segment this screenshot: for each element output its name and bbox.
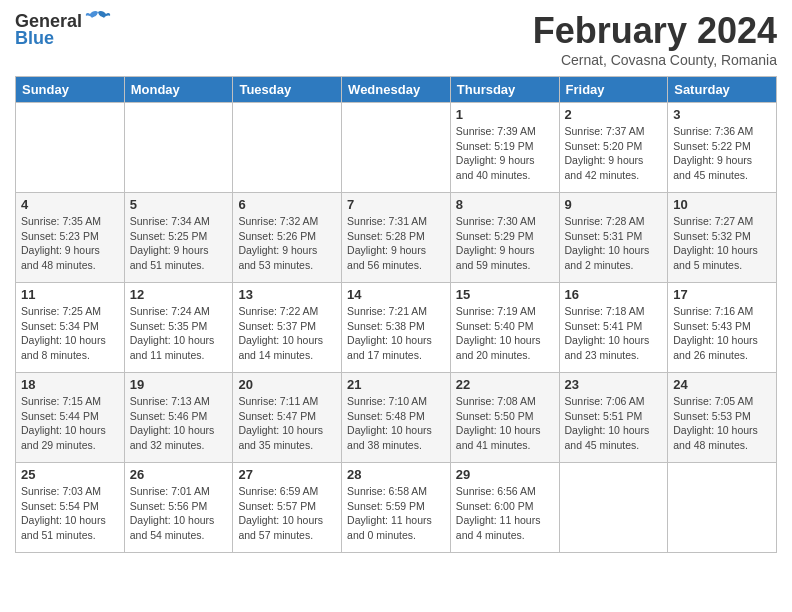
day-number: 7 bbox=[347, 197, 445, 212]
location-title: Cernat, Covasna County, Romania bbox=[533, 52, 777, 68]
day-info: Sunrise: 6:56 AM Sunset: 6:00 PM Dayligh… bbox=[456, 484, 554, 543]
day-info: Sunrise: 7:06 AM Sunset: 5:51 PM Dayligh… bbox=[565, 394, 663, 453]
day-number: 27 bbox=[238, 467, 336, 482]
calendar-cell: 3Sunrise: 7:36 AM Sunset: 5:22 PM Daylig… bbox=[668, 103, 777, 193]
calendar-cell: 13Sunrise: 7:22 AM Sunset: 5:37 PM Dayli… bbox=[233, 283, 342, 373]
calendar-cell: 14Sunrise: 7:21 AM Sunset: 5:38 PM Dayli… bbox=[342, 283, 451, 373]
day-info: Sunrise: 7:15 AM Sunset: 5:44 PM Dayligh… bbox=[21, 394, 119, 453]
calendar-cell: 7Sunrise: 7:31 AM Sunset: 5:28 PM Daylig… bbox=[342, 193, 451, 283]
day-number: 16 bbox=[565, 287, 663, 302]
day-number: 3 bbox=[673, 107, 771, 122]
day-info: Sunrise: 7:03 AM Sunset: 5:54 PM Dayligh… bbox=[21, 484, 119, 543]
day-number: 29 bbox=[456, 467, 554, 482]
day-number: 2 bbox=[565, 107, 663, 122]
header-cell-tuesday: Tuesday bbox=[233, 77, 342, 103]
day-info: Sunrise: 7:13 AM Sunset: 5:46 PM Dayligh… bbox=[130, 394, 228, 453]
calendar-cell: 15Sunrise: 7:19 AM Sunset: 5:40 PM Dayli… bbox=[450, 283, 559, 373]
day-number: 26 bbox=[130, 467, 228, 482]
day-info: Sunrise: 7:18 AM Sunset: 5:41 PM Dayligh… bbox=[565, 304, 663, 363]
calendar-cell: 2Sunrise: 7:37 AM Sunset: 5:20 PM Daylig… bbox=[559, 103, 668, 193]
month-title: February 2024 bbox=[533, 10, 777, 52]
day-info: Sunrise: 7:37 AM Sunset: 5:20 PM Dayligh… bbox=[565, 124, 663, 183]
day-info: Sunrise: 7:25 AM Sunset: 5:34 PM Dayligh… bbox=[21, 304, 119, 363]
calendar-cell: 8Sunrise: 7:30 AM Sunset: 5:29 PM Daylig… bbox=[450, 193, 559, 283]
calendar-cell: 26Sunrise: 7:01 AM Sunset: 5:56 PM Dayli… bbox=[124, 463, 233, 553]
calendar-cell: 21Sunrise: 7:10 AM Sunset: 5:48 PM Dayli… bbox=[342, 373, 451, 463]
calendar-cell: 5Sunrise: 7:34 AM Sunset: 5:25 PM Daylig… bbox=[124, 193, 233, 283]
day-number: 28 bbox=[347, 467, 445, 482]
day-info: Sunrise: 6:59 AM Sunset: 5:57 PM Dayligh… bbox=[238, 484, 336, 543]
calendar-cell: 22Sunrise: 7:08 AM Sunset: 5:50 PM Dayli… bbox=[450, 373, 559, 463]
calendar-cell: 20Sunrise: 7:11 AM Sunset: 5:47 PM Dayli… bbox=[233, 373, 342, 463]
calendar-week-row: 25Sunrise: 7:03 AM Sunset: 5:54 PM Dayli… bbox=[16, 463, 777, 553]
day-info: Sunrise: 7:39 AM Sunset: 5:19 PM Dayligh… bbox=[456, 124, 554, 183]
calendar-cell: 18Sunrise: 7:15 AM Sunset: 5:44 PM Dayli… bbox=[16, 373, 125, 463]
day-number: 12 bbox=[130, 287, 228, 302]
calendar-cell bbox=[668, 463, 777, 553]
calendar-cell: 29Sunrise: 6:56 AM Sunset: 6:00 PM Dayli… bbox=[450, 463, 559, 553]
day-number: 10 bbox=[673, 197, 771, 212]
day-number: 15 bbox=[456, 287, 554, 302]
day-info: Sunrise: 7:16 AM Sunset: 5:43 PM Dayligh… bbox=[673, 304, 771, 363]
calendar-week-row: 4Sunrise: 7:35 AM Sunset: 5:23 PM Daylig… bbox=[16, 193, 777, 283]
logo: General Blue bbox=[15, 10, 112, 49]
calendar-cell bbox=[124, 103, 233, 193]
header-cell-monday: Monday bbox=[124, 77, 233, 103]
day-number: 14 bbox=[347, 287, 445, 302]
calendar-cell: 25Sunrise: 7:03 AM Sunset: 5:54 PM Dayli… bbox=[16, 463, 125, 553]
day-number: 9 bbox=[565, 197, 663, 212]
day-number: 5 bbox=[130, 197, 228, 212]
day-info: Sunrise: 7:31 AM Sunset: 5:28 PM Dayligh… bbox=[347, 214, 445, 273]
header-cell-thursday: Thursday bbox=[450, 77, 559, 103]
calendar-cell: 19Sunrise: 7:13 AM Sunset: 5:46 PM Dayli… bbox=[124, 373, 233, 463]
day-info: Sunrise: 7:21 AM Sunset: 5:38 PM Dayligh… bbox=[347, 304, 445, 363]
day-number: 20 bbox=[238, 377, 336, 392]
logo-blue-text: Blue bbox=[15, 28, 54, 49]
day-info: Sunrise: 7:36 AM Sunset: 5:22 PM Dayligh… bbox=[673, 124, 771, 183]
day-number: 23 bbox=[565, 377, 663, 392]
page-header: General Blue February 2024 Cernat, Covas… bbox=[15, 10, 777, 68]
day-number: 1 bbox=[456, 107, 554, 122]
day-info: Sunrise: 7:30 AM Sunset: 5:29 PM Dayligh… bbox=[456, 214, 554, 273]
day-info: Sunrise: 7:32 AM Sunset: 5:26 PM Dayligh… bbox=[238, 214, 336, 273]
day-number: 8 bbox=[456, 197, 554, 212]
header-cell-saturday: Saturday bbox=[668, 77, 777, 103]
day-number: 19 bbox=[130, 377, 228, 392]
day-number: 24 bbox=[673, 377, 771, 392]
day-info: Sunrise: 6:58 AM Sunset: 5:59 PM Dayligh… bbox=[347, 484, 445, 543]
calendar-cell: 9Sunrise: 7:28 AM Sunset: 5:31 PM Daylig… bbox=[559, 193, 668, 283]
calendar-week-row: 18Sunrise: 7:15 AM Sunset: 5:44 PM Dayli… bbox=[16, 373, 777, 463]
day-info: Sunrise: 7:10 AM Sunset: 5:48 PM Dayligh… bbox=[347, 394, 445, 453]
calendar-cell bbox=[16, 103, 125, 193]
header-cell-sunday: Sunday bbox=[16, 77, 125, 103]
calendar-cell: 17Sunrise: 7:16 AM Sunset: 5:43 PM Dayli… bbox=[668, 283, 777, 373]
day-number: 21 bbox=[347, 377, 445, 392]
day-info: Sunrise: 7:27 AM Sunset: 5:32 PM Dayligh… bbox=[673, 214, 771, 273]
header-cell-wednesday: Wednesday bbox=[342, 77, 451, 103]
header-cell-friday: Friday bbox=[559, 77, 668, 103]
day-info: Sunrise: 7:08 AM Sunset: 5:50 PM Dayligh… bbox=[456, 394, 554, 453]
day-number: 17 bbox=[673, 287, 771, 302]
calendar-table: SundayMondayTuesdayWednesdayThursdayFrid… bbox=[15, 76, 777, 553]
calendar-cell: 23Sunrise: 7:06 AM Sunset: 5:51 PM Dayli… bbox=[559, 373, 668, 463]
day-info: Sunrise: 7:28 AM Sunset: 5:31 PM Dayligh… bbox=[565, 214, 663, 273]
calendar-cell: 6Sunrise: 7:32 AM Sunset: 5:26 PM Daylig… bbox=[233, 193, 342, 283]
day-info: Sunrise: 7:05 AM Sunset: 5:53 PM Dayligh… bbox=[673, 394, 771, 453]
calendar-cell: 11Sunrise: 7:25 AM Sunset: 5:34 PM Dayli… bbox=[16, 283, 125, 373]
calendar-header-row: SundayMondayTuesdayWednesdayThursdayFrid… bbox=[16, 77, 777, 103]
logo-bird-icon bbox=[84, 10, 112, 32]
calendar-cell bbox=[559, 463, 668, 553]
calendar-cell: 10Sunrise: 7:27 AM Sunset: 5:32 PM Dayli… bbox=[668, 193, 777, 283]
calendar-cell: 24Sunrise: 7:05 AM Sunset: 5:53 PM Dayli… bbox=[668, 373, 777, 463]
day-number: 22 bbox=[456, 377, 554, 392]
day-number: 4 bbox=[21, 197, 119, 212]
day-info: Sunrise: 7:22 AM Sunset: 5:37 PM Dayligh… bbox=[238, 304, 336, 363]
day-info: Sunrise: 7:34 AM Sunset: 5:25 PM Dayligh… bbox=[130, 214, 228, 273]
calendar-cell: 28Sunrise: 6:58 AM Sunset: 5:59 PM Dayli… bbox=[342, 463, 451, 553]
day-info: Sunrise: 7:11 AM Sunset: 5:47 PM Dayligh… bbox=[238, 394, 336, 453]
day-number: 11 bbox=[21, 287, 119, 302]
calendar-week-row: 1Sunrise: 7:39 AM Sunset: 5:19 PM Daylig… bbox=[16, 103, 777, 193]
day-info: Sunrise: 7:24 AM Sunset: 5:35 PM Dayligh… bbox=[130, 304, 228, 363]
calendar-cell: 1Sunrise: 7:39 AM Sunset: 5:19 PM Daylig… bbox=[450, 103, 559, 193]
title-section: February 2024 Cernat, Covasna County, Ro… bbox=[533, 10, 777, 68]
